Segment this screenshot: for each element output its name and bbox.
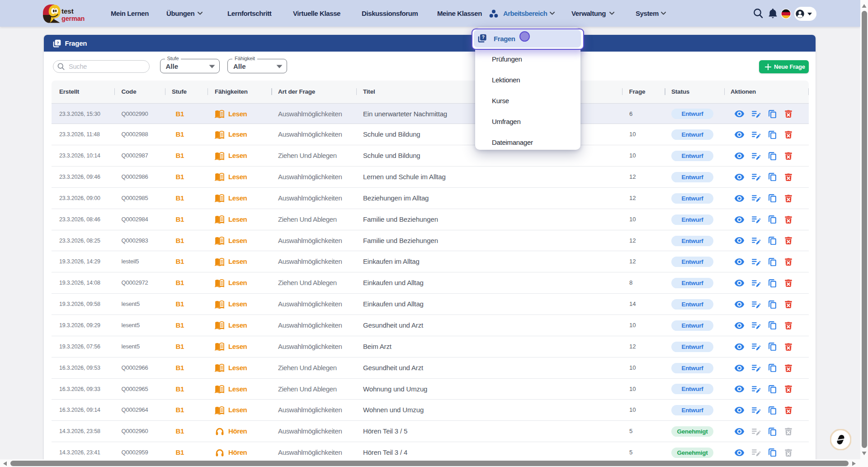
svg-text:?: ? bbox=[57, 40, 59, 45]
svg-text:german: german bbox=[61, 15, 85, 22]
svg-text:?: ? bbox=[482, 35, 485, 40]
svg-text:test: test bbox=[61, 7, 74, 15]
